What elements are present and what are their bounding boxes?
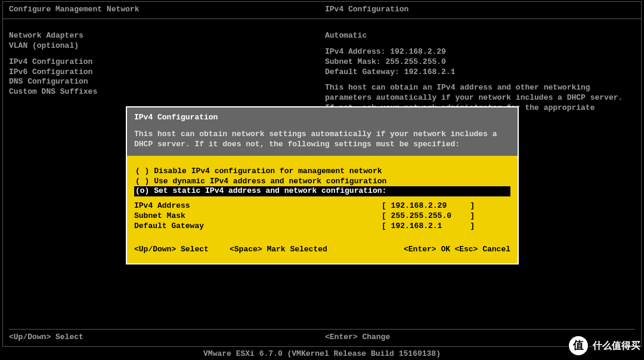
menu-item-network-adapters[interactable]: Network Adapters [9,31,325,41]
dialog-title: IPv4 Configuration [134,112,510,123]
hint-updown-select: <Up/Down> Select [9,333,325,343]
field-row-2: Default Gateway[ 192.168.2.1 ] [134,221,510,232]
info-ipv4-address: IPv4 Address: 192.168.2.29 [325,47,635,57]
radio-option-1[interactable]: ( ) Use dynamic IPv4 address and network… [134,177,510,187]
hint-esc-cancel[interactable]: <Esc> Cancel [450,245,510,255]
header: Configure Management Network IPv4 Config… [3,2,641,19]
menu-item-ipv6-config[interactable]: IPv6 Configuration [9,67,325,78]
radio-option-0[interactable]: ( ) Disable IPv4 configuration for manag… [134,167,510,177]
menu-item-ipv4-config[interactable]: IPv4 Configuration [9,57,325,67]
radio-option-label: Set static IPv4 address and network conf… [154,186,386,195]
field-value-input[interactable]: [ 255.255.255.0 ] [382,211,510,221]
hint-enter-ok[interactable]: <Enter> OK [385,245,450,255]
footer-hints: <Up/Down> Select <Enter> Change [9,329,635,343]
watermark-text: 什么值得买 [593,340,640,352]
field-label: Subnet Mask [134,211,382,221]
watermark-badge-icon: 值 [568,335,589,356]
automatic-label: Automatic [325,31,635,41]
menu-item-custom-dns[interactable]: Custom DNS Suffixes [9,87,325,97]
field-row-0: IPv4 Address[ 192.168.2.29 ] [134,201,510,211]
dialog-options: ( ) Disable IPv4 configuration for manag… [134,167,510,197]
radio-option-label: Use dynamic IPv4 address and network con… [154,177,386,186]
radio-mark-icon: ( ) [135,177,154,186]
watermark: 值 什么值得买 [568,335,640,356]
menu-item-dns-config[interactable]: DNS Configuration [9,77,325,87]
field-value-input[interactable]: [ 192.168.2.1 ] [382,221,510,232]
field-value-input[interactable]: [ 192.168.2.29 ] [382,201,510,211]
field-row-1: Subnet Mask[ 255.255.255.0 ] [134,211,510,221]
field-label: Default Gateway [134,221,382,232]
hint-updown: <Up/Down> Select [134,245,230,255]
field-label: IPv4 Address [134,201,382,211]
dialog-fields: IPv4 Address[ 192.168.2.29 ]Subnet Mask[… [134,201,510,232]
radio-option-2[interactable]: (o) Set static IPv4 address and network … [134,186,510,196]
hint-space: <Space> Mark Selected [230,245,385,255]
info-default-gateway: Default Gateway: 192.168.2.1 [325,67,635,78]
page-title-left: Configure Management Network [9,5,325,15]
dialog-description: This host can obtain network settings au… [134,129,510,150]
version-bar: VMware ESXi 6.7.0 (VMKernel Release Buil… [0,348,644,360]
ipv4-config-dialog: IPv4 Configuration This host can obtain … [126,106,519,264]
radio-option-label: Disable IPv4 configuration for managemen… [154,167,382,176]
menu-item-vlan[interactable]: VLAN (optional) [9,41,325,51]
radio-mark-icon: ( ) [135,167,154,176]
radio-mark-icon: (o) [135,186,154,195]
page-title-right: IPv4 Configuration [325,5,635,15]
info-subnet-mask: Subnet Mask: 255.255.255.0 [325,57,635,67]
